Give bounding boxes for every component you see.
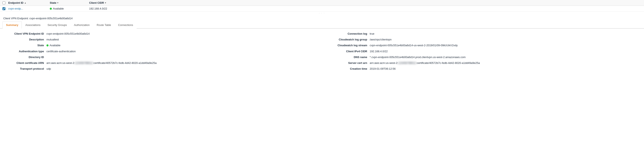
detail-title: Client VPN Endpoint: cvpn-endpoint-005c5…	[3, 17, 641, 20]
col-header-endpoint-id[interactable]: Endpoint ID ▲	[8, 1, 50, 4]
client-cidr-value: 192.168.4.0/22	[89, 7, 107, 10]
detail-row-transport-protocol: Transport protocol udp	[5, 67, 316, 71]
endpoint-id-value: cvpn-endp...	[8, 7, 23, 10]
label-state-text: State	[37, 44, 44, 47]
detail-row-client-cert-arn: Client certificate ARN arn:aws:acm:us-we…	[5, 61, 316, 65]
value-dns-name: *.cvpn-endpoint-005c551e4b00a6d14.prod.c…	[370, 55, 639, 59]
row-checkbox[interactable]	[2, 7, 6, 10]
detail-row-connection-log: Connection log true	[328, 32, 639, 36]
detail-right-col: Connection log true Cloudwatch log group…	[328, 32, 639, 73]
value-cw-log-group: /aws/vpc/clientvpn	[370, 38, 639, 42]
col-header-state-label: State	[50, 1, 56, 4]
sort-asc-icon: ▲	[24, 2, 26, 4]
label-connection-log: Connection log	[328, 32, 370, 36]
tab-associations-label: Associations	[25, 24, 40, 26]
label-endpoint-id: Client VPN Endpoint ID	[5, 32, 46, 36]
label-ipv4-cidr-text: Client IPv4 CIDR	[346, 50, 367, 53]
row-checkbox-cell	[2, 7, 8, 10]
label-client-cert-arn: Client certificate ARN	[5, 61, 46, 65]
detail-row-auth-type: Authentication type certificate-authenti…	[5, 50, 316, 53]
cidr-filter-icon[interactable]: ▾	[105, 2, 106, 4]
value-cw-log-group-text: /aws/vpc/clientvpn	[370, 38, 392, 41]
label-description-text: Description	[29, 38, 44, 41]
detail-row-dns-name: DNS name *.cvpn-endpoint-005c551e4b00a6d…	[328, 55, 639, 59]
label-cw-log-group: Cloudwatch log group	[328, 38, 370, 42]
detail-row-cw-log-stream: Cloudwatch log stream cvpn-endpoint-005c…	[328, 44, 639, 47]
label-server-cert-arn: Server cert arn	[328, 61, 370, 65]
value-cw-log-stream-text: cvpn-endpoint-005c551e4b00a6d14-us-west-…	[370, 44, 458, 47]
label-connection-log-text: Connection log	[348, 32, 367, 35]
label-server-cert-arn-text: Server cert arn	[348, 62, 367, 64]
tab-route-table-label: Route Table	[96, 24, 111, 26]
label-dns-name: DNS name	[328, 55, 370, 59]
label-state: State	[5, 44, 46, 47]
value-connection-log: true	[370, 32, 639, 36]
tab-security-groups-label: Security Groups	[48, 24, 67, 26]
col-header-client-cidr[interactable]: Client CIDR ▾	[89, 1, 130, 4]
state-filter-icon[interactable]: ▾	[57, 2, 58, 4]
value-transport-protocol: udp	[46, 67, 316, 71]
tab-summary-label: Summary	[6, 24, 18, 26]
tab-authorization-label: Authorization	[74, 24, 90, 26]
table-row[interactable]: cvpn-endp... Available 192.168.4.0/22	[0, 6, 644, 12]
col-header-state[interactable]: State ▾	[50, 1, 89, 4]
tab-connections-label: Connections	[118, 24, 133, 26]
resize-handle[interactable]: · · ·	[0, 12, 644, 15]
value-ipv4-cidr-text: 192.168.4.0/22	[370, 50, 388, 53]
status-dot-available	[50, 8, 52, 10]
blurred-account-id-left: 123456789012	[75, 62, 93, 64]
detail-header-label: Client VPN Endpoint:	[3, 17, 28, 20]
label-directory-id-text: Directory ID	[28, 56, 44, 59]
value-ipv4-cidr: 192.168.4.0/22	[370, 50, 639, 53]
label-cw-log-group-text: Cloudwatch log group	[339, 38, 367, 41]
detail-row-ipv4-cidr: Client IPv4 CIDR 192.168.4.0/22	[328, 50, 639, 53]
value-creation-time: 2019-01-09T06:12:56	[370, 67, 639, 71]
label-description: Description	[5, 38, 46, 42]
value-description-text: mutualtest	[46, 38, 59, 41]
label-directory-id: Directory ID	[5, 55, 46, 59]
value-cw-log-stream: cvpn-endpoint-005c551e4b00a6d14-us-west-…	[370, 44, 639, 47]
cell-state: Available	[50, 7, 89, 10]
detail-content: Client VPN Endpoint ID cvpn-endpoint-005…	[0, 28, 644, 76]
detail-row-description: Description mutualtest	[5, 38, 316, 42]
detail-row-directory-id: Directory ID	[5, 55, 316, 59]
tabs-bar: Summary Associations Security Groups Aut…	[0, 22, 644, 28]
label-endpoint-id-text: Client VPN Endpoint ID	[14, 32, 44, 35]
label-transport-protocol-text: Transport protocol	[20, 67, 44, 70]
detail-row-cw-log-group: Cloudwatch log group /aws/vpc/clientvpn	[328, 38, 639, 42]
label-cw-log-stream: Cloudwatch log stream	[328, 44, 370, 47]
cell-client-cidr: 192.168.4.0/22	[89, 7, 130, 10]
col-header-endpoint-id-label: Endpoint ID	[8, 1, 24, 4]
col-header-client-cidr-label: Client CIDR	[89, 1, 104, 4]
state-status-dot	[46, 44, 48, 46]
detail-panel-header: Client VPN Endpoint: cvpn-endpoint-005c5…	[0, 15, 644, 20]
value-creation-time-text: 2019-01-09T06:12:56	[370, 67, 396, 70]
label-auth-type: Authentication type	[5, 50, 46, 53]
tab-security-groups[interactable]: Security Groups	[44, 22, 70, 28]
detail-row-server-cert-arn: Server cert arn arn:aws:acm:us-west-2:12…	[328, 61, 639, 65]
table-header: Endpoint ID ▲ State ▾ Client CIDR ▾	[0, 0, 644, 6]
value-client-cert-arn: arn:aws:acm:us-west-2:123456789012:certi…	[46, 61, 316, 65]
value-endpoint-id-text: cvpn-endpoint-005c551e4b00a6d14	[46, 32, 90, 35]
value-auth-type: certificate-authentication	[46, 50, 316, 53]
detail-row-creation-time: Creation time 2019-01-09T06:12:56	[328, 67, 639, 71]
value-connection-log-text: true	[370, 32, 374, 35]
label-ipv4-cidr: Client IPv4 CIDR	[328, 50, 370, 53]
value-auth-type-text: certificate-authentication	[46, 50, 76, 53]
value-server-cert-arn: arn:aws:acm:us-west-2:123456789012:certi…	[370, 61, 639, 65]
tab-connections[interactable]: Connections	[114, 22, 136, 28]
label-cw-log-stream-text: Cloudwatch log stream	[338, 44, 367, 47]
tab-authorization[interactable]: Authorization	[70, 22, 93, 28]
value-description: mutualtest	[46, 38, 316, 42]
select-all-checkbox[interactable]	[2, 2, 6, 4]
label-creation-time-text: Creation time	[350, 67, 367, 70]
label-client-cert-arn-text: Client certificate ARN	[16, 62, 44, 64]
cell-endpoint-id[interactable]: cvpn-endp...	[8, 7, 50, 10]
value-endpoint-id: cvpn-endpoint-005c551e4b00a6d14	[46, 32, 316, 36]
value-dns-name-text: *.cvpn-endpoint-005c551e4b00a6d14.prod.c…	[370, 56, 466, 59]
tab-route-table[interactable]: Route Table	[93, 22, 114, 28]
label-auth-type-text: Authentication type	[19, 50, 44, 53]
blurred-account-id-right: 123456789012	[398, 62, 416, 64]
tab-summary[interactable]: Summary	[2, 22, 22, 28]
tab-associations[interactable]: Associations	[22, 22, 44, 28]
